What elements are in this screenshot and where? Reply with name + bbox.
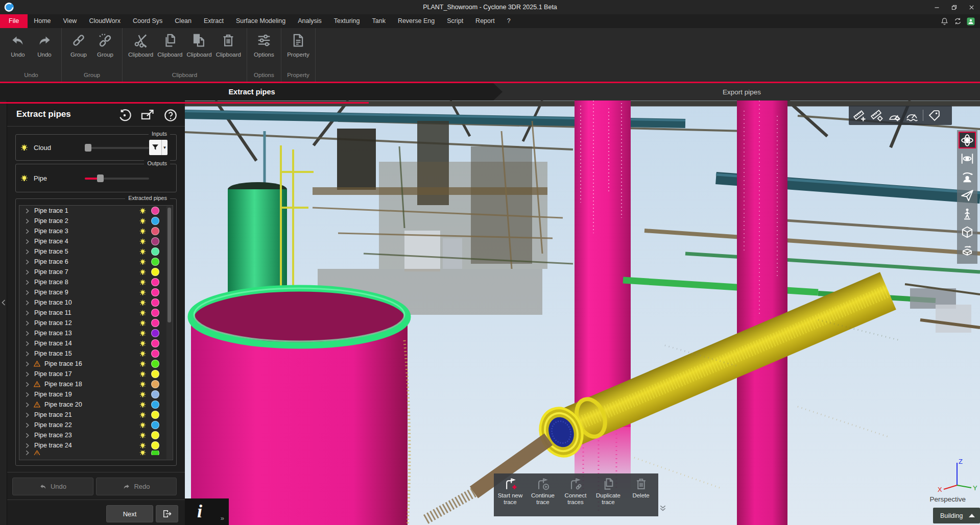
panel-undo-button[interactable]: Undo [12,478,93,495]
expand-chevron-icon[interactable] [24,432,31,439]
expand-chevron-icon[interactable] [24,248,31,255]
pipe-opacity-slider[interactable] [85,174,149,182]
pipe-color-swatch[interactable] [151,441,159,449]
expand-chevron-icon[interactable] [24,391,31,398]
pipe-trace-row[interactable]: Pipe trace 17 [19,369,173,379]
ribbon-button[interactable]: Undo [31,28,58,58]
visibility-bulb-icon[interactable] [139,279,147,286]
expand-chevron-icon[interactable] [24,422,31,429]
cloud-opacity-slider[interactable] [85,144,149,152]
angle-free-icon[interactable] [905,109,918,122]
pipe-trace-row[interactable]: Pipe trace 12 [19,318,173,328]
visibility-bulb-icon[interactable] [139,401,147,409]
visibility-bulb-icon[interactable] [139,258,147,266]
pipe-color-swatch[interactable] [151,237,159,245]
menu-item[interactable]: File [0,14,28,28]
collapse-panel-icon[interactable] [1,299,6,306]
expand-chevron-icon[interactable] [24,381,31,388]
ribbon-button[interactable]: Group [65,28,92,58]
visibility-bulb-icon[interactable] [139,370,147,378]
pipe-trace-row[interactable]: Pipe trace 22 [19,420,173,430]
ribbon-button[interactable]: Group [92,28,118,58]
pipe-trace-row[interactable]: Pipe trace 19 [19,389,173,399]
visibility-bulb-icon[interactable] [139,340,147,347]
pipe-trace-list[interactable]: Pipe trace 1 Pipe trace 2 [19,205,173,460]
pipe-color-swatch[interactable] [151,339,159,347]
visibility-bulb-icon[interactable] [139,411,147,419]
pipe-trace-row[interactable]: Pipe trace 21 [19,410,173,420]
trace-tool-button[interactable]: Connecttraces [559,477,592,516]
visibility-bulb-icon[interactable] [139,228,147,235]
pipe-color-swatch[interactable] [151,227,159,235]
visibility-bulb-icon[interactable] [139,350,147,358]
visibility-bulb-icon[interactable] [139,381,147,388]
pipe-color-swatch[interactable] [151,451,159,455]
visibility-bulb-icon[interactable] [139,432,147,439]
expand-chevron-icon[interactable] [24,238,31,245]
visibility-bulb-icon[interactable] [139,238,147,245]
nav-tool-button[interactable] [959,132,976,148]
visibility-bulb-icon[interactable] [139,289,147,296]
menu-item[interactable]: Extract [198,14,230,28]
expand-chevron-icon[interactable] [24,451,31,455]
visibility-bulb-icon[interactable] [139,268,147,276]
visibility-bulb-icon[interactable] [139,217,147,225]
pipe-color-swatch[interactable] [151,431,159,439]
expand-chevron-icon[interactable] [24,340,31,347]
expand-chevron-icon[interactable] [24,299,31,306]
point-cloud-scene[interactable] [185,101,980,525]
visibility-bulb-icon[interactable] [139,451,147,455]
visibility-bulb-icon[interactable] [139,299,147,307]
pipe-color-swatch[interactable] [151,329,159,337]
minimize-button[interactable] [928,0,945,14]
sync-icon[interactable] [953,17,962,26]
view-preset-button[interactable]: Building [933,508,980,523]
visibility-bulb-icon[interactable] [139,391,147,398]
measure-distance-icon[interactable] [871,109,883,122]
pipe-color-swatch[interactable] [151,360,159,368]
pipe-color-swatch[interactable] [151,380,159,388]
pipe-trace-row[interactable]: Pipe trace 2 [19,216,173,226]
visibility-bulb-icon[interactable] [139,207,147,215]
pipe-color-swatch[interactable] [151,217,159,225]
account-badge-icon[interactable] [967,17,975,26]
tag-icon[interactable] [928,109,941,122]
nav-tool-button[interactable] [959,150,976,167]
pipe-trace-row[interactable]: Pipe trace 4 [19,236,173,246]
measure-add-icon[interactable] [853,109,866,122]
pipe-color-swatch[interactable] [151,421,159,429]
ribbon-button[interactable]: Clipboard [214,28,243,58]
expand-chevron-icon[interactable] [24,259,31,265]
nav-tool-button[interactable] [959,242,976,259]
pipe-trace-row[interactable]: Pipe trace 3 [19,226,173,236]
pipe-trace-row[interactable]: Pipe trace 18 [19,379,173,389]
list-scrollbar[interactable] [166,206,172,459]
pipe-trace-row[interactable]: Pipe trace 8 [19,277,173,287]
workflow-step-extract[interactable]: Extract pipes [0,83,504,101]
pipe-trace-row[interactable]: Pipe trace 20 [19,399,173,410]
viewport-3d[interactable]: Start newtrace Continuetrace Connecttrac… [185,101,980,525]
expand-chevron-icon[interactable] [24,412,31,418]
ribbon-button[interactable]: Undo [5,28,31,58]
pipe-color-swatch[interactable] [151,349,159,358]
trace-tool-button[interactable]: Duplicatetrace [592,477,625,516]
ribbon-button[interactable]: Clipboard [184,28,213,58]
ribbon-button[interactable]: Clipboard [126,28,155,58]
expand-chevron-icon[interactable] [24,269,31,276]
expand-chevron-icon[interactable] [24,289,31,296]
pipe-color-swatch[interactable] [151,411,159,419]
pipe-color-swatch[interactable] [151,390,159,398]
pipe-color-swatch[interactable] [151,309,159,317]
visibility-bulb-icon[interactable] [139,360,147,368]
pipe-trace-row[interactable]: Pipe trace 5 [19,246,173,257]
pipe-trace-row[interactable] [19,451,173,455]
trace-tool-button[interactable]: Start newtrace [494,477,527,516]
expand-chevron-icon[interactable] [24,218,31,224]
menu-item[interactable]: Coord Sys [127,14,169,28]
trace-tool-button[interactable]: Continuetrace [527,477,559,516]
nav-tool-button[interactable] [959,223,976,240]
menu-item[interactable]: ? [501,14,517,28]
menu-item[interactable]: Report [469,14,501,28]
visibility-bulb-icon[interactable] [139,330,147,337]
restore-button[interactable] [945,0,963,14]
